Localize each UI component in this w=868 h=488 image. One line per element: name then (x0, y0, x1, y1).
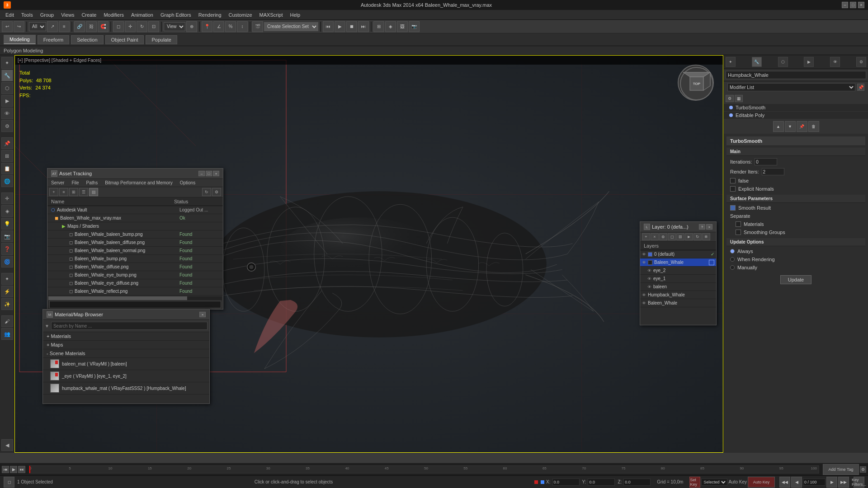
select-name-btn[interactable]: ≡ (59, 21, 70, 32)
angle-snap-btn[interactable]: ∠ (213, 21, 224, 32)
asset-tb-list[interactable]: ≡ (59, 188, 68, 196)
play-btn[interactable]: ▶ (335, 21, 345, 32)
right-display-icon[interactable]: 👁 (830, 57, 840, 67)
timeline-track[interactable]: 0 5 10 15 20 25 30 35 40 45 50 55 60 65 … (29, 465, 819, 474)
select-btn[interactable]: ↗ (47, 21, 58, 32)
link-btn[interactable]: 🔗 (74, 21, 85, 32)
layer-delete-btn[interactable]: × (651, 233, 659, 240)
right-create-icon[interactable]: ✦ (726, 57, 736, 67)
smoothing-groups-checkbox[interactable] (736, 230, 741, 235)
tab-populate[interactable]: Populate (146, 35, 177, 44)
undo-btn[interactable]: ↩ (2, 21, 13, 32)
materials-checkbox[interactable] (736, 221, 741, 227)
layer-row-baleen-whale[interactable]: 👁 Baleen_Whale (640, 258, 716, 267)
mat-item-baleen[interactable]: baleen_mat ( VRayMtl ) [baleen] (43, 358, 209, 370)
hierarchy-icon[interactable]: ⬡ (1, 82, 13, 94)
asset-row-map-8[interactable]: ◻ Baleen_Whale_reflect.png Found (47, 287, 223, 296)
asset-tb-selected[interactable]: ▤ (89, 188, 98, 196)
create-icon[interactable]: ✦ (1, 57, 13, 69)
next-frame-btn[interactable]: ⏭ (358, 21, 369, 32)
camera-icon[interactable]: 📷 (1, 230, 13, 242)
update-button[interactable]: Update (780, 275, 811, 284)
asset-scrollbar-thumb[interactable] (48, 296, 187, 300)
render-btn[interactable]: 🖼 (397, 21, 408, 32)
render-frame-btn[interactable]: 📷 (409, 21, 420, 32)
menu-rendering[interactable]: Rendering (195, 11, 225, 19)
layer-row-baleen[interactable]: 👁 baleen (640, 283, 716, 291)
render-iters-input[interactable] (762, 168, 784, 175)
asset-menu-server[interactable]: Server (49, 180, 66, 186)
asset-tb-settings[interactable]: ⚙ (212, 188, 221, 196)
timeline-play-btn[interactable]: ▶ (10, 466, 17, 473)
material-panel-controls[interactable]: × (199, 312, 206, 317)
layer-row-baleen-2[interactable]: 👁 Baleen_Whale (640, 299, 716, 307)
close-btn[interactable]: × (858, 2, 864, 8)
asset-menu-options[interactable]: Options (178, 180, 197, 186)
mod-delete-btn[interactable]: 🗑 (808, 121, 819, 132)
x-input[interactable] (552, 479, 580, 486)
autokey-btn[interactable]: Auto Key (748, 477, 775, 488)
asset-row-map-3[interactable]: ◻ Baleen_Whale_baleen_normal.png Found (47, 247, 223, 255)
light-icon[interactable]: 💡 (1, 218, 13, 230)
show-buttons-btn[interactable]: ▦ (735, 95, 743, 102)
asset-tb-add[interactable]: + (49, 188, 58, 196)
menu-customize[interactable]: Customize (225, 11, 256, 19)
configure-modifier-sets-btn[interactable]: ⚙ (726, 95, 734, 102)
nav-gizmo[interactable]: TOP (678, 65, 714, 101)
utilities-icon[interactable]: ⚙ (1, 120, 13, 132)
render-setup-btn[interactable]: 🎬 (252, 21, 263, 32)
y-input[interactable] (588, 479, 615, 486)
percent-snap-btn[interactable]: % (225, 21, 236, 32)
status-objects-btn[interactable]: ◻ (4, 477, 14, 488)
asset-menu-file[interactable]: File (70, 180, 80, 186)
scene-explorer-icon[interactable]: 🌐 (1, 175, 13, 187)
menu-graph-editors[interactable]: Graph Editors (157, 11, 195, 19)
asset-tb-grid[interactable]: ⊞ (69, 188, 78, 196)
asset-row-maps-folder[interactable]: ▶ Maps / Shaders (47, 222, 223, 230)
mat-section-maps[interactable]: + Maps (43, 341, 209, 349)
snap-icon[interactable]: 📌 (1, 137, 13, 149)
viewport-area[interactable]: [+] [Perspective] [Shaded + Edged Faces] (14, 55, 723, 453)
select-filter-btn[interactable]: ◻ (113, 21, 124, 32)
prev-frame-btn[interactable]: ⏮ (323, 21, 334, 32)
manually-radio[interactable] (730, 265, 735, 270)
tab-object-paint[interactable]: Object Paint (105, 35, 144, 44)
layers-pin-btn[interactable]: ? (699, 224, 705, 230)
explicit-normals-checkbox[interactable] (730, 186, 736, 192)
layer-row-eye2[interactable]: 👁 eye_2 (640, 267, 716, 275)
mod-pin-btn[interactable]: 📌 (797, 121, 807, 132)
lock-icon[interactable] (541, 480, 544, 484)
rotate-btn[interactable]: ↻ (137, 21, 147, 32)
layer-row-humpback[interactable]: 👁 Humpback_Whale (640, 291, 716, 299)
right-modify-icon[interactable]: 🔧 (752, 57, 762, 67)
key-filters-select[interactable]: Selected (701, 479, 727, 486)
frame-prev-btn[interactable]: ◀ (791, 477, 802, 488)
always-radio[interactable] (730, 249, 735, 253)
key-filters-btn[interactable]: Key Filters... (854, 477, 864, 488)
menu-group[interactable]: Group (37, 11, 58, 19)
play-anim-btn[interactable]: ◀◀ (779, 477, 790, 488)
motion-icon[interactable]: ▶ (1, 95, 13, 107)
transform-icon[interactable]: ✛ (1, 192, 13, 204)
play-anim-fwd-btn[interactable]: ▶▶ (838, 477, 849, 488)
layer-current-baleen[interactable] (648, 260, 652, 265)
asset-row-map-5[interactable]: ◻ Baleen_Whale_diffuse.png Found (47, 263, 223, 271)
layer-cur-btn[interactable]: ► (685, 233, 693, 240)
modifier-turbosmooth[interactable]: TurboSmooth (724, 104, 868, 112)
asset-tb-refresh[interactable]: ↻ (202, 188, 211, 196)
smooth-result-checkbox[interactable] (730, 205, 736, 211)
populate-icon[interactable]: 👥 (1, 328, 13, 340)
mod-move-down-btn[interactable]: ▼ (785, 121, 796, 132)
layer-refresh-btn[interactable]: ↻ (693, 233, 702, 240)
timeline-play-prev-btn[interactable]: ⏮ (2, 466, 9, 473)
pin-modifier-btn[interactable]: 📌 (857, 84, 864, 91)
layers-close-btn[interactable]: × (706, 224, 712, 230)
redo-btn[interactable]: ↪ (14, 21, 24, 32)
frame-next-btn[interactable]: ▶ (826, 477, 837, 488)
menu-create[interactable]: Create (78, 11, 100, 19)
asset-row-map-1[interactable]: ◻ Baleen_Whale_baleen_bump.png Found (47, 230, 223, 239)
asset-row-vault[interactable]: ⬡ Autodesk Vault Logged Out ... (47, 206, 223, 214)
asset-panel-maximize[interactable]: □ (206, 171, 212, 176)
create-selection-set[interactable]: Create Selection Set (264, 22, 318, 31)
asset-row-map-2[interactable]: ◻ Baleen_Whale_baleen_diffuse.png Found (47, 239, 223, 247)
